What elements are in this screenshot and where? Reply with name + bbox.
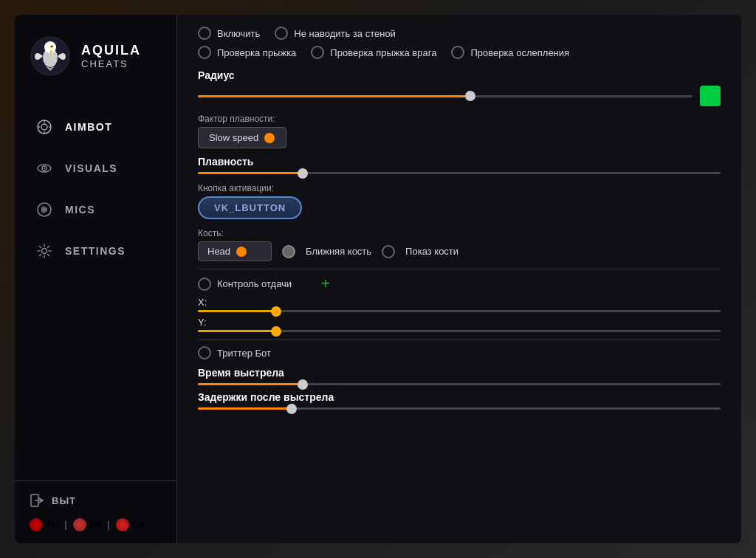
lang-cn[interactable]: CN [116,518,145,531]
x-slider-track[interactable] [198,310,721,312]
quit-label: ВЫТ [52,495,76,506]
smooth-factor-row: Slow speed [198,127,721,148]
plus-icon[interactable]: + [321,275,330,292]
brand-name: AQUILA [81,43,141,58]
y-slider-container [198,330,721,332]
brand-sub: CHEATS [81,58,141,69]
toggle-recoil[interactable]: Контроль отдачи [198,278,292,291]
fire-slider-thumb[interactable] [298,379,308,390]
toggle-blind-check[interactable]: Проверка ослепления [451,46,569,59]
quit-icon [30,493,44,508]
lang-ru[interactable]: RU [30,518,58,531]
sidebar-item-settings[interactable]: SETTINGS [15,230,176,272]
settings-icon [35,242,53,260]
y-slider-track[interactable] [198,330,721,332]
sidebar-item-mics[interactable]: MICS [15,189,176,230]
bone-dot [236,247,247,257]
show-bone-toggle[interactable] [382,245,395,258]
radius-end-button[interactable] [700,86,721,106]
delay-slider-thumb[interactable] [286,404,297,414]
svg-point-13 [44,168,45,169]
divider-2 [198,340,721,340]
toggle-trigger[interactable]: Триттер Бот [198,346,271,359]
lang-en-label: EN [89,520,102,530]
fire-time-label: Время выстрела [198,367,721,379]
y-slider-fill [198,330,276,332]
bone-label: Кость: [198,228,721,238]
lang-divider-2: | [107,520,109,530]
aimbot-label: AIMBOT [65,121,112,133]
language-section: RU | EN | CN [30,518,162,531]
toggle-enemy-jump-circle[interactable] [311,46,324,59]
activation-label: Кнопка активации: [198,183,721,193]
content-area: Включить Не наводить за стеной Проверка … [177,15,741,543]
delay-slider-container [198,407,721,410]
toggle-row-2: Проверка прыжка Проверка прыжка врага Пр… [198,46,721,59]
visuals-icon [35,159,53,177]
fire-slider-container [198,383,721,385]
radius-slider-thumb[interactable] [465,91,475,101]
radius-slider-fill [198,95,470,97]
smooth-slider-thumb[interactable] [298,168,308,179]
sidebar-footer: ВЫТ RU | EN | CN [15,480,176,543]
mics-icon [35,201,53,218]
flag-en [73,518,86,531]
flag-cn [116,518,129,531]
toggle-enemy-jump-label: Проверка прыжка врага [330,47,436,58]
toggle-jump-circle[interactable] [198,46,211,59]
smooth-factor-dropdown[interactable]: Slow speed [198,127,286,148]
logo-section: AQUILA CHEATS [15,15,176,92]
quit-button[interactable]: ВЫТ [30,493,162,508]
svg-point-14 [38,203,51,216]
nearest-bone-toggle[interactable] [282,245,295,258]
radius-label: Радиус [198,69,721,81]
x-slider-thumb[interactable] [271,306,281,317]
trigger-label: Триттер Бот [217,348,271,359]
toggle-enable-circle[interactable] [198,27,211,40]
toggle-no-wall-label: Не наводить за стеной [294,28,396,39]
recoil-label: Контроль отдачи [217,278,292,289]
toggle-enable-label: Включить [217,28,260,39]
activation-key-btn[interactable]: VK_LBUTTON [198,196,302,219]
sidebar-item-aimbot[interactable]: AIMBOT [15,106,176,148]
delay-slider-track[interactable] [198,407,721,410]
lang-cn-label: CN [132,520,145,530]
smooth-factor-dot [264,133,275,143]
toggle-jump-label: Проверка прыжка [217,47,296,58]
sidebar-item-visuals[interactable]: VISUALS [15,148,176,189]
toggle-blind-label: Проверка ослепления [470,47,569,58]
show-bone-label: Показ кости [405,246,458,257]
delay-label: Задержки после выстрела [198,391,721,403]
toggle-row-1: Включить Не наводить за стеной [198,27,721,40]
bone-row: Head Ближняя кость Показ кости [198,241,721,261]
lang-ru-label: RU [46,520,58,530]
toggle-recoil-circle[interactable] [198,278,211,291]
lang-en[interactable]: EN [73,518,102,531]
fire-slider-fill [198,383,303,385]
toggle-no-wall-circle[interactable] [275,27,288,40]
toggle-blind-circle[interactable] [451,46,464,59]
toggle-enable[interactable]: Включить [198,27,260,40]
delay-slider-fill [198,407,292,410]
toggle-trigger-circle[interactable] [198,346,211,359]
y-slider-thumb[interactable] [271,326,281,337]
svg-point-4 [51,46,52,47]
logo-icon [30,35,71,77]
radius-slider-track[interactable] [198,95,693,97]
bone-dropdown[interactable]: Head [198,241,272,261]
toggle-no-wall[interactable]: Не наводить за стеной [275,27,396,40]
smooth-slider-container [198,172,721,174]
fire-slider-track[interactable] [198,383,721,385]
aimbot-icon [35,118,53,136]
visuals-label: VISUALS [65,162,117,174]
radius-slider-container [198,86,721,106]
recoil-row: Контроль отдачи + [198,275,721,292]
smooth-slider-fill [198,172,303,174]
nearest-bone-label: Ближняя кость [306,246,371,257]
toggle-enemy-jump[interactable]: Проверка прыжка врага [311,46,436,59]
toggle-jump-check[interactable]: Проверка прыжка [198,46,296,59]
smooth-slider-track[interactable] [198,172,721,174]
smooth-label: Плавность [198,156,721,168]
nav-items: AIMBOT VISUALS [15,92,176,480]
svg-point-15 [42,249,47,254]
